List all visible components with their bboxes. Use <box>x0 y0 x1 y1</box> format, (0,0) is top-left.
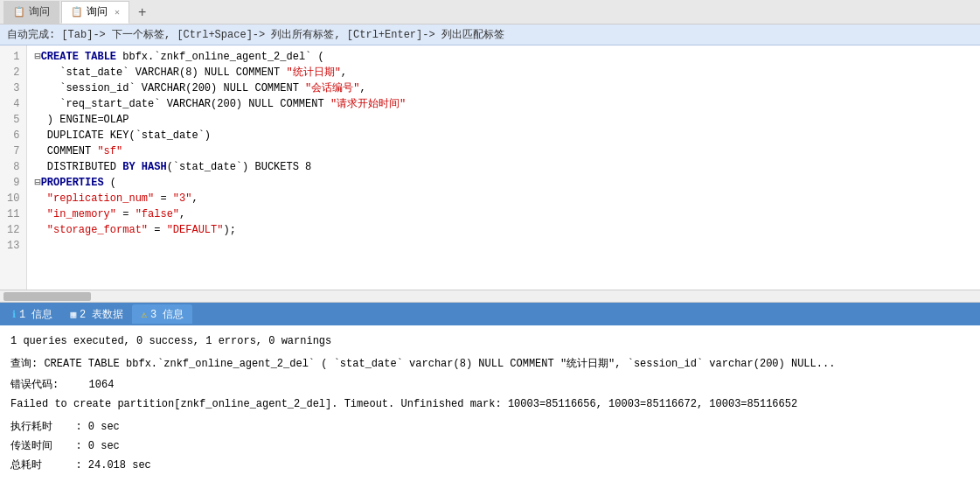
tab-query2-close[interactable]: ✕ <box>115 7 120 17</box>
results-tab-tabledata-label: 2 表数据 <box>80 307 123 322</box>
total-time-label: 总耗时 <box>10 459 42 472</box>
scrollbar-thumb[interactable] <box>3 292 91 301</box>
error-msg-row: Failed to create partition[znkf_online_a… <box>10 395 970 413</box>
total-time-row: 总耗时 : 24.018 sec <box>10 457 970 474</box>
summary-text: 1 queries executed, 0 success, 1 errors,… <box>10 335 331 347</box>
tab-query1-label: 询问 <box>29 4 50 19</box>
error-msg-text: Failed to create partition[znkf_online_a… <box>10 398 797 410</box>
tab-query2-label: 询问 <box>87 4 108 19</box>
exec-time-value: : 0 sec <box>75 421 119 433</box>
tab-query2[interactable]: 📋 询问 ✕ <box>61 1 129 24</box>
results-content: 1 queries executed, 0 success, 1 errors,… <box>0 325 980 503</box>
summary-row: 1 queries executed, 0 success, 1 errors,… <box>10 332 970 350</box>
query-label: 查询: <box>10 358 38 370</box>
exec-time-label: 执行耗时 <box>10 421 52 433</box>
editor-area: 12345678910111213 ⊟CREATE TABLE bbfx.`zn… <box>0 45 980 290</box>
transfer-time-label: 传送时间 <box>10 440 52 452</box>
results-tab-bar: ℹ 1 信息 ▦ 2 表数据 ⚠ 3 信息 <box>0 303 980 325</box>
query2-icon: 📋 <box>71 6 83 17</box>
results-tab-info1-label: 1 信息 <box>19 307 52 322</box>
query-text: CREATE TABLE bbfx.`znkf_online_agent_2_d… <box>44 358 835 370</box>
editor-scrollbar[interactable] <box>0 290 980 303</box>
transfer-time-row: 传送时间 : 0 sec <box>10 437 970 455</box>
error-code-value: 1064 <box>89 379 115 391</box>
results-tab-info3[interactable]: ⚠ 3 信息 <box>132 304 192 324</box>
tab-bar: 📋 询问 📋 询问 ✕ + <box>0 0 980 24</box>
autocomplete-hint: 自动完成: [Tab]-> 下一个标签, [Ctrl+Space]-> 列出所有… <box>0 24 980 45</box>
tabledata-icon: ▦ <box>70 309 76 320</box>
query1-icon: 📋 <box>13 6 25 17</box>
info3-icon: ⚠ <box>141 309 147 320</box>
query-row: 查询: CREATE TABLE bbfx.`znkf_online_agent… <box>10 355 970 373</box>
tab-query1[interactable]: 📋 询问 <box>3 1 59 24</box>
error-code-label: 错误代码: <box>10 379 59 391</box>
results-tab-tabledata[interactable]: ▦ 2 表数据 <box>61 304 132 324</box>
total-time-value: : 24.018 sec <box>75 459 150 472</box>
tab-add-button[interactable]: + <box>131 3 153 22</box>
code-content[interactable]: ⊟CREATE TABLE bbfx.`znkf_online_agent_2_… <box>27 45 980 290</box>
info1-icon: ℹ <box>12 309 16 320</box>
exec-time-row: 执行耗时 : 0 sec <box>10 418 970 436</box>
transfer-time-value: : 0 sec <box>75 440 119 452</box>
results-tab-info1[interactable]: ℹ 1 信息 <box>3 304 61 324</box>
error-code-row: 错误代码: 1064 <box>10 376 970 394</box>
results-tab-info3-label: 3 信息 <box>150 307 184 322</box>
line-numbers: 12345678910111213 <box>0 45 27 290</box>
